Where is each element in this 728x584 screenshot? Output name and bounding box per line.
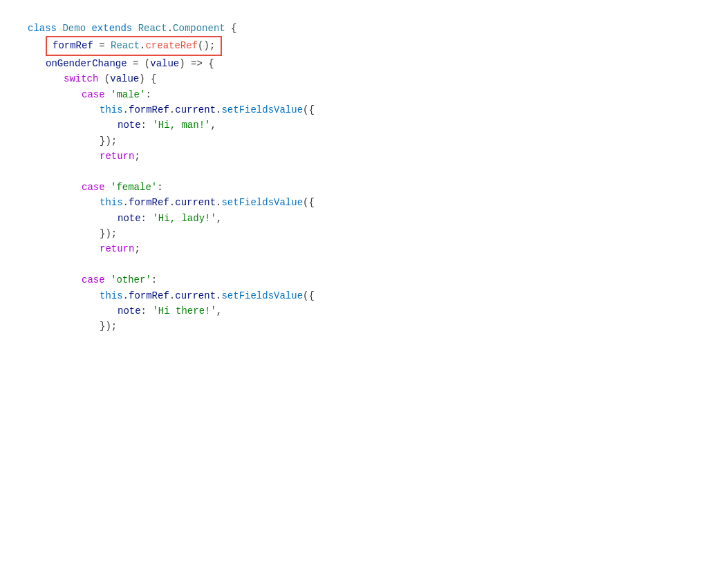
token: . xyxy=(123,195,129,210)
token: React xyxy=(138,21,167,36)
token: . xyxy=(140,38,145,53)
token: current xyxy=(175,288,216,303)
token: 'male' xyxy=(111,87,145,102)
token: return xyxy=(100,149,134,164)
token: formRef xyxy=(129,102,169,117)
token: setFieldsValue xyxy=(221,102,303,117)
token xyxy=(105,272,111,288)
token: ; xyxy=(134,241,140,256)
token: setFieldsValue xyxy=(221,288,303,303)
code-line: formRef = React.createRef(); xyxy=(28,36,700,55)
token: }); xyxy=(100,319,117,334)
code-line xyxy=(28,257,700,272)
token xyxy=(132,21,138,36)
token: . xyxy=(169,288,175,303)
token: note xyxy=(118,211,141,226)
token xyxy=(105,180,111,195)
token: formRef xyxy=(129,288,169,303)
code-line: onGenderChange = (value) => { xyxy=(28,56,700,71)
token: . xyxy=(216,102,221,117)
token: React xyxy=(111,38,140,53)
token: this xyxy=(100,288,123,303)
token: . xyxy=(216,288,221,303)
token: value xyxy=(150,56,179,71)
token: this xyxy=(100,195,123,210)
code-line: }); xyxy=(28,133,700,149)
token: : xyxy=(157,180,162,195)
token: 'Hi, man!' xyxy=(152,117,210,133)
token: 'other' xyxy=(111,272,151,288)
code-line: switch (value) { xyxy=(28,71,700,86)
token: ; xyxy=(134,149,140,164)
token: : xyxy=(141,117,153,133)
token: . xyxy=(169,102,175,117)
token: onGenderChange xyxy=(46,56,127,71)
token: case xyxy=(82,272,105,288)
token: Demo xyxy=(62,21,86,36)
token: , xyxy=(216,303,222,319)
token: current xyxy=(175,195,216,210)
token: 'Hi there!' xyxy=(152,303,216,319)
code-line: note: 'Hi, man!', xyxy=(28,117,700,133)
code-line: this.formRef.current.setFieldsValue({ xyxy=(28,102,700,117)
token: . xyxy=(123,102,129,117)
token: value xyxy=(110,71,139,86)
code-line: note: 'Hi, lady!', xyxy=(28,211,700,226)
token: (); xyxy=(198,38,215,53)
token: case xyxy=(82,180,105,195)
token: setFieldsValue xyxy=(221,195,303,210)
token: class xyxy=(28,21,57,36)
token: . xyxy=(169,195,175,210)
token: : xyxy=(145,87,151,102)
token: }); xyxy=(100,133,117,149)
code-line: case 'male': xyxy=(28,87,700,102)
code-line: class Demo extends React.Component { xyxy=(28,21,700,36)
code-line: this.formRef.current.setFieldsValue({ xyxy=(28,288,700,303)
token: { xyxy=(225,21,237,36)
code-line xyxy=(28,164,700,180)
token: ({ xyxy=(303,288,315,303)
token: extends xyxy=(91,21,132,36)
token: . xyxy=(216,195,221,210)
token: . xyxy=(167,21,173,36)
token: ) { xyxy=(139,71,156,86)
token: ( xyxy=(98,71,110,86)
token: ) => { xyxy=(179,56,214,71)
token: : xyxy=(141,211,153,226)
token: createRef xyxy=(145,38,198,53)
token: : xyxy=(141,303,153,319)
code-line: this.formRef.current.setFieldsValue({ xyxy=(28,195,700,210)
token: return xyxy=(100,241,134,256)
code-line: case 'other': xyxy=(28,272,700,288)
token xyxy=(86,21,91,36)
token: , xyxy=(216,211,222,226)
token: = xyxy=(93,38,111,53)
token: , xyxy=(210,117,216,133)
token: formRef xyxy=(53,38,93,53)
token: switch xyxy=(64,71,98,86)
token xyxy=(105,87,111,102)
token: 'Hi, lady!' xyxy=(152,211,216,226)
token: : xyxy=(151,272,157,288)
code-container: class Demo extends React.Component {form… xyxy=(28,14,700,341)
token: = ( xyxy=(127,56,151,71)
token: formRef xyxy=(129,195,169,210)
highlighted-box: formRef = React.createRef(); xyxy=(46,36,222,55)
token: 'female' xyxy=(111,180,157,195)
code-line: }); xyxy=(28,226,700,241)
code-line: return; xyxy=(28,149,700,164)
code-line: note: 'Hi there!', xyxy=(28,303,700,319)
token: current xyxy=(175,102,216,117)
token: this xyxy=(100,102,123,117)
code-line: }); xyxy=(28,319,700,334)
token: note xyxy=(118,303,141,319)
token: ({ xyxy=(303,102,315,117)
token: case xyxy=(82,87,105,102)
code-line: return; xyxy=(28,241,700,256)
token: ({ xyxy=(303,195,315,210)
token: note xyxy=(118,117,141,133)
token: . xyxy=(123,288,129,303)
token: }); xyxy=(100,226,117,241)
token xyxy=(57,21,62,36)
code-line: case 'female': xyxy=(28,180,700,195)
